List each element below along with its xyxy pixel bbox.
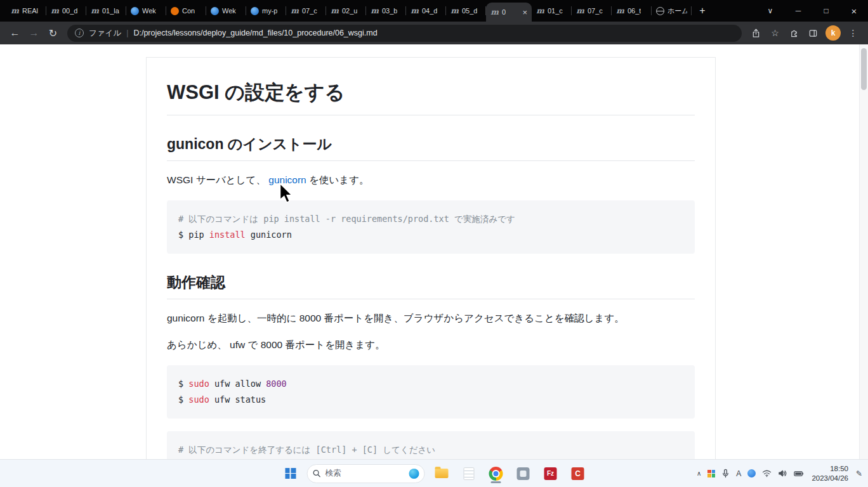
browser-tab[interactable]: m 01_la [86,0,126,22]
search-placeholder: 検索 [326,468,341,479]
paragraph: gunicorn を起動し、一時的に 8000 番ポートを開き、ブラウザからアク… [167,311,695,326]
md-favicon-icon: m [411,7,419,15]
code-token-comment: # 以下のコマンドは pip install -r requirements/p… [178,214,515,224]
browser-tab[interactable]: Con [166,0,206,22]
file-explorer-icon[interactable] [431,463,452,484]
microphone-icon[interactable] [718,460,733,487]
tab-close-icon[interactable]: × [522,8,527,17]
wifi-icon[interactable] [759,460,775,487]
clibor-icon[interactable]: C [567,463,589,484]
page-info-icon[interactable]: i [75,29,84,37]
clock[interactable]: 18:50 2023/04/26 [807,464,853,483]
blue-favicon-icon [131,7,139,15]
tray-blue-icon[interactable] [744,460,759,487]
start-button[interactable] [280,463,301,484]
browser-tab[interactable]: m 0 × [486,3,532,22]
browser-menu-kebab-icon[interactable]: ⋮ [845,25,862,42]
md-favicon-icon: m [490,8,499,16]
browser-tab[interactable]: m 04_d [406,0,446,22]
md-favicon-icon: m [51,7,59,15]
tab-label: my-p [262,7,277,15]
scrollbar-thumb[interactable] [861,48,867,90]
blue-favicon-icon [251,7,259,15]
code-block: $ sudo ufw allow 8000 $ sudo ufw status [167,365,695,419]
notification-pen-icon[interactable]: ✎ [853,460,865,487]
browser-tab[interactable]: my-p [246,0,286,22]
tab-label: 01_la [102,7,119,15]
side-panel-icon[interactable] [805,25,822,42]
taskbar-center-group: 検索 Fz C [280,460,589,487]
code-token: $ [178,394,188,405]
code-block: # 以下のコマンドは pip install -r requirements/p… [167,200,695,254]
browser-tab[interactable]: m 05_d [446,0,486,22]
code-token: $ pip [178,230,209,240]
vertical-scrollbar[interactable] [859,44,868,459]
browser-tab[interactable]: ホーム [652,0,692,22]
chrome-icon[interactable] [485,463,507,484]
tab-label: 01_c [548,7,563,15]
md-favicon-icon: m [91,7,99,15]
heading-h2: 動作確認 [167,273,695,299]
code-token: ufw status [209,394,266,405]
gunicorn-link[interactable]: gunicorn [268,174,306,185]
filezilla-icon[interactable]: Fz [540,463,562,484]
browser-tab[interactable]: m REAl [6,0,46,22]
browser-tab[interactable]: m 01_c [532,0,572,22]
md-favicon-icon: m [450,7,459,15]
tab-label: REAl [22,7,38,15]
browser-tab[interactable]: m 07_c [286,0,326,22]
share-icon[interactable] [747,25,765,42]
clock-date: 2023/04/26 [812,474,848,483]
browser-tab[interactable]: m 07_c [572,0,612,22]
browser-tab[interactable]: Wek [126,0,166,22]
widgets-grid-icon[interactable] [704,460,718,487]
browser-tab[interactable]: m 00_d [46,0,86,22]
profile-avatar[interactable]: k [825,25,841,41]
tab-label: Wek [142,7,156,15]
ime-mode-indicator[interactable]: A [733,460,744,487]
bing-icon [409,469,419,479]
forward-button[interactable]: → [25,25,43,42]
window-minimize-button[interactable]: ─ [784,0,812,22]
battery-icon[interactable] [791,460,807,487]
markdown-document: WSGI の設定をするgunicon のインストールWSGI サーバとして、 g… [167,79,695,459]
address-divider: | [126,29,128,37]
tab-label: 03_b [382,7,397,15]
browser-tab[interactable]: m 06_t [612,0,652,22]
window-caption-controls: ∨ ─ □ × [756,0,868,22]
taskbar-search-box[interactable]: 検索 [307,464,425,483]
paragraph: WSGI サーバとして、 gunicorn を使います。 [167,172,695,188]
back-button[interactable]: ← [6,25,23,42]
code-token-red: sudo [188,379,209,389]
window-maximize-button[interactable]: □ [812,0,840,22]
tab-label: ホーム [667,6,687,16]
browser-tab[interactable]: Wek [206,0,246,22]
tab-label: 00_d [62,7,77,15]
volume-icon[interactable] [775,460,791,487]
notepad-icon[interactable] [458,463,480,484]
hidden-icons-chevron-icon[interactable]: ∧ [694,460,704,487]
code-block: # 以下のコマンドを終了するには [Ctrl] + [C] してください $ g… [167,431,695,459]
tab-search-chevron-icon[interactable]: ∨ [756,0,784,22]
browser-tab[interactable]: m 03_b [366,0,406,22]
tab-label: Con [182,7,195,15]
tab-label: 06_t [628,7,641,15]
tab-label: 07_c [588,7,603,15]
code-token-purple: 8000 [266,379,287,389]
content-card: WSGI の設定をするgunicon のインストールWSGI サーバとして、 g… [146,57,716,459]
orange-favicon-icon [171,7,179,15]
bookmark-star-icon[interactable]: ☆ [766,25,784,42]
extensions-puzzle-icon[interactable] [786,25,803,42]
md-favicon-icon: m [371,7,379,15]
heading-h1: WSGI の設定をする [167,79,695,115]
browser-toolbar: ← → ↻ i ファイル | D:/projects/lessons/deplo… [0,22,868,44]
address-bar[interactable]: i ファイル | D:/projects/lessons/deploy_guid… [67,25,742,42]
scheme-label: ファイル [89,28,121,39]
blue-favicon-icon [211,7,219,15]
window-close-button[interactable]: × [840,0,868,22]
text-segment: gunicorn を起動し、一時的に 8000 番ポートを開き、ブラウザからアク… [167,313,624,323]
gray-app-icon[interactable] [513,463,534,484]
new-tab-button[interactable]: + [694,3,711,19]
reload-button[interactable]: ↻ [44,25,62,42]
browser-tab[interactable]: m 02_u [326,0,366,22]
